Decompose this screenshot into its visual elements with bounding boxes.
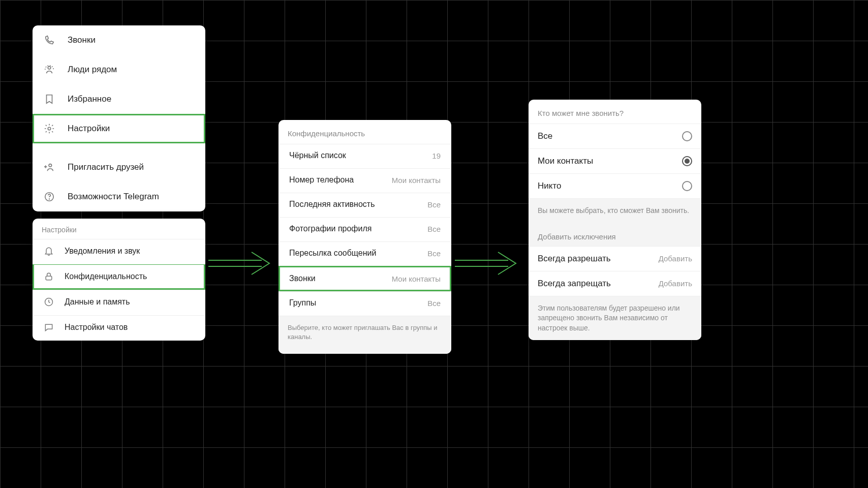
calls-note: Вы можете выбрать, кто сможет Вам звонит… [529,198,701,223]
exception-allow[interactable]: Всегда разрешать Добавить [529,246,701,271]
svg-rect-5 [46,276,52,280]
exception-deny[interactable]: Всегда запрещать Добавить [529,271,701,296]
main-menu-card: Звонки Люди рядом Избранное Настройки Пр… [33,25,205,211]
settings-item-label: Данные и память [65,297,130,307]
privacy-item-label: Группы [289,298,316,308]
calls-option-all[interactable]: Все [529,124,701,148]
settings-item-label: Конфиденциальность [65,272,147,281]
settings-card: Настройки Уведомления и звук Конфиденциа… [33,219,205,341]
privacy-item-label: Чёрный список [289,151,346,160]
arrow-icon [208,249,274,280]
settings-item-label: Настройки чатов [65,323,128,332]
privacy-item-value: Мои контакты [392,176,441,185]
menu-item-invite[interactable]: Пригласить друзей [33,152,205,182]
menu-item-people-nearby[interactable]: Люди рядом [33,55,205,84]
exceptions-note: Этим пользователям будет разрешено или з… [529,296,701,341]
privacy-item-forward[interactable]: Пересылка сообщений Все [278,241,451,266]
menu-item-label: Люди рядом [68,65,117,75]
exception-label: Всегда разрешать [538,254,611,264]
calls-header: Кто может мне звонить? [529,100,701,124]
svg-point-1 [48,127,51,130]
privacy-item-label: Звонки [289,274,316,283]
arrow-icon [455,249,521,280]
privacy-card: Конфиденциальность Чёрный список 19 Номе… [278,120,451,354]
invite-icon [43,161,55,173]
menu-item-settings[interactable]: Настройки [33,114,205,143]
radio-label: Все [538,131,552,141]
menu-item-label: Звонки [68,35,96,45]
privacy-item-groups[interactable]: Группы Все [278,291,451,316]
privacy-item-value: Все [427,225,441,233]
settings-item-data[interactable]: Данные и память [33,290,205,315]
svg-point-2 [49,164,52,167]
phone-icon [43,34,55,46]
settings-item-notifications[interactable]: Уведомления и звук [33,239,205,264]
privacy-item-value: Все [427,299,441,308]
calls-option-contacts[interactable]: Мои контакты [529,148,701,173]
privacy-item-value: Мои контакты [392,274,441,283]
exception-action: Добавить [659,279,692,288]
settings-item-label: Уведомления и звук [65,247,140,256]
gear-icon [43,123,55,135]
menu-item-label: Пригласить друзей [68,162,144,172]
people-nearby-icon [43,64,55,76]
menu-item-label: Возможности Telegram [68,192,159,202]
privacy-item-label: Последняя активность [289,200,375,209]
privacy-item-blacklist[interactable]: Чёрный список 19 [278,144,451,168]
radio-icon [682,181,692,191]
privacy-item-label: Фотографии профиля [289,224,371,233]
privacy-item-lastseen[interactable]: Последняя активность Все [278,193,451,217]
settings-item-privacy[interactable]: Конфиденциальность [33,264,205,290]
privacy-item-label: Номер телефона [289,175,354,185]
calls-option-nobody[interactable]: Никто [529,173,701,198]
bell-icon [43,246,54,257]
svg-point-4 [49,199,50,199]
menu-item-saved[interactable]: Избранное [33,84,205,114]
chat-icon [43,322,54,333]
privacy-footer-note: Выберите, кто может приглашать Вас в гру… [278,316,451,354]
exceptions-header: Добавить исключения [529,223,701,246]
radio-label: Мои контакты [538,156,593,166]
privacy-item-value: 19 [432,151,441,160]
radio-label: Никто [538,181,561,191]
settings-item-chats[interactable]: Настройки чатов [33,315,205,341]
radio-icon [682,156,692,166]
settings-header: Настройки [33,219,205,239]
privacy-header: Конфиденциальность [278,120,451,144]
lock-icon [43,271,54,282]
exception-label: Всегда запрещать [538,279,611,289]
privacy-item-value: Все [427,200,441,209]
menu-item-label: Избранное [68,94,111,104]
help-icon [43,191,55,203]
clock-icon [43,296,54,308]
calls-card: Кто может мне звонить? Все Мои контакты … [529,100,701,340]
bookmark-icon [43,93,55,105]
privacy-item-calls[interactable]: Звонки Мои контакты [278,266,451,291]
svg-point-0 [48,67,51,70]
exception-action: Добавить [659,254,692,263]
privacy-item-phone[interactable]: Номер телефона Мои контакты [278,168,451,193]
menu-item-calls[interactable]: Звонки [33,25,205,55]
privacy-item-photos[interactable]: Фотографии профиля Все [278,217,451,241]
privacy-item-value: Все [427,249,441,258]
menu-item-features[interactable]: Возможности Telegram [33,182,205,211]
privacy-item-label: Пересылка сообщений [289,249,376,258]
radio-icon [682,131,692,141]
menu-item-label: Настройки [68,124,110,134]
